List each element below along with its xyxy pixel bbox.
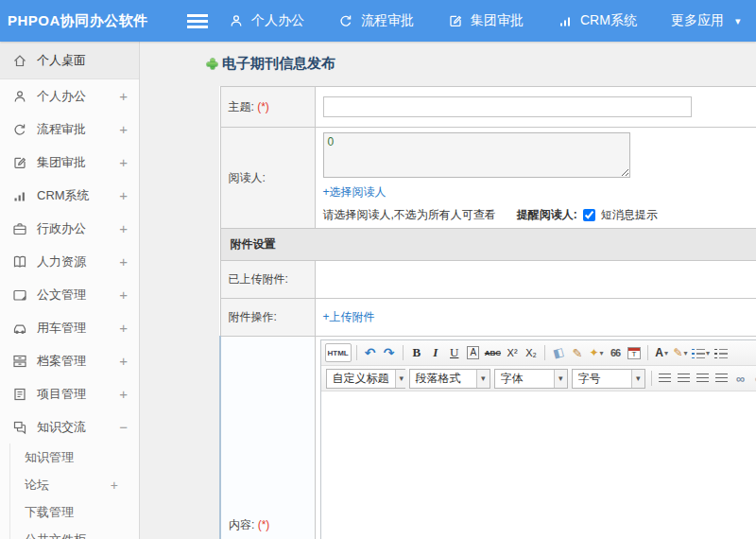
font-color-button[interactable]: A▾: [653, 343, 670, 362]
subject-row: 主题: (*): [220, 87, 756, 128]
sidebar-item-document-management[interactable]: 公文管理 +: [0, 278, 139, 311]
nav-more-apps[interactable]: 更多应用 ▾: [671, 12, 741, 29]
sidebar-item-vehicle-management[interactable]: 用车管理 +: [0, 311, 139, 344]
nav-crm-system[interactable]: CRM系统: [558, 12, 637, 29]
align-justify-button[interactable]: [713, 369, 730, 388]
nav-process-approval[interactable]: 流程审批: [338, 12, 414, 29]
expand-icon[interactable]: +: [119, 287, 128, 303]
insert-link-button[interactable]: ∞: [732, 369, 749, 388]
align-left-button[interactable]: [657, 369, 674, 388]
expand-icon[interactable]: +: [119, 353, 128, 369]
sidebar-item-crm-system[interactable]: CRM系统 +: [0, 179, 139, 212]
editor-content-area[interactable]: [321, 391, 756, 539]
select-value: 字号: [573, 371, 607, 387]
sms-notify-label: 短消息提示: [601, 207, 658, 223]
sidebar-item-personal-desktop[interactable]: 个人桌面: [0, 42, 139, 79]
sidebar-item-label: 个人办公: [37, 88, 119, 105]
chevron-down-icon: ▾: [706, 349, 710, 357]
superscript-button[interactable]: X²: [504, 343, 521, 362]
expand-icon[interactable]: +: [119, 154, 128, 170]
sidebar-subitem-knowledge-management[interactable]: 知识管理: [10, 443, 139, 471]
ordered-list-icon: [692, 348, 705, 358]
remove-format-button[interactable]: ◧: [548, 341, 570, 364]
sidebar-item-archive-management[interactable]: 档案管理 +: [0, 344, 139, 377]
expand-icon[interactable]: +: [119, 386, 128, 402]
sidebar-item-knowledge-exchange[interactable]: 知识交流 −: [0, 410, 139, 443]
sidebar-item-admin-office[interactable]: 行政办公 +: [0, 212, 139, 245]
chat-icon: [12, 420, 27, 435]
bold-button[interactable]: B: [408, 343, 425, 362]
page-title: 电子期刊信息发布: [206, 55, 756, 73]
main-content: 电子期刊信息发布 主题: (*) 阅读人: 0 +选择阅读人 请选择阅读人,不选…: [140, 42, 756, 539]
redo-button[interactable]: ↷: [381, 343, 398, 362]
expand-icon[interactable]: +: [119, 88, 128, 104]
sidebar-subitem-forum[interactable]: 论坛 +: [10, 471, 139, 498]
font-family-select[interactable]: 字体 ▾: [494, 369, 568, 389]
select-readers-link[interactable]: +选择阅读人: [323, 184, 387, 200]
home-icon: [12, 53, 27, 68]
align-right-button[interactable]: [695, 369, 712, 388]
expand-icon[interactable]: +: [119, 187, 128, 203]
subject-input[interactable]: [323, 96, 692, 117]
calendar-text-icon: T: [627, 347, 641, 359]
expand-icon[interactable]: +: [119, 253, 128, 270]
italic-button[interactable]: I: [427, 343, 444, 362]
format-brush-button[interactable]: ✎: [569, 343, 586, 362]
undo-button[interactable]: ↶: [362, 343, 379, 362]
sidebar-item-label: CRM系统: [37, 187, 119, 204]
sidebar-item-project-management[interactable]: 项目管理 +: [0, 377, 139, 410]
font-border-button[interactable]: A: [465, 343, 482, 362]
sidebar-item-group-approval[interactable]: 集团审批 +: [0, 146, 139, 179]
autoformat-button[interactable]: ✦▾: [588, 343, 605, 362]
nav-group-approval[interactable]: 集团审批: [448, 12, 524, 29]
font-size-select[interactable]: 字号 ▾: [572, 369, 645, 389]
sidebar-item-label: 档案管理: [37, 353, 119, 370]
expand-icon[interactable]: +: [119, 320, 128, 336]
readers-hint-text: 请选择阅读人,不选为所有人可查看: [323, 207, 496, 223]
chevron-down-icon: ▾: [631, 370, 644, 388]
sidebar-item-personal-office[interactable]: 个人办公 +: [0, 79, 139, 113]
align-left-icon: [659, 374, 671, 384]
sms-notify-checkbox[interactable]: [583, 209, 595, 221]
unordered-list-icon: [714, 348, 728, 358]
attachment-section-title: 附件设置: [220, 229, 756, 261]
remove-link-button[interactable]: ∞: [751, 369, 756, 388]
process-icon: [12, 122, 27, 137]
highlight-button[interactable]: ✎▾: [672, 343, 689, 362]
uploaded-attachments-row: 已上传附件:: [220, 261, 756, 299]
subscript-button[interactable]: X₂: [523, 343, 540, 362]
clipboard-icon: [12, 387, 27, 402]
sidebar-subitem-public-file-cabinet[interactable]: 公共文件柜: [10, 526, 139, 539]
custom-title-select[interactable]: 自定义标题 ▾: [326, 369, 405, 389]
ordered-list-button[interactable]: ▾: [691, 343, 711, 362]
chevron-down-icon: ▾: [735, 15, 741, 27]
underline-button[interactable]: U: [446, 343, 463, 362]
hamburger-menu-icon[interactable]: [187, 14, 208, 28]
blockquote-button[interactable]: 66: [607, 343, 624, 362]
insert-date-button[interactable]: T: [626, 343, 643, 362]
nav-personal-office[interactable]: 个人办公: [229, 12, 304, 29]
uploaded-label-cell: 已上传附件:: [220, 261, 315, 299]
subject-label: 主题:: [229, 100, 254, 113]
strikethrough-button[interactable]: ABC: [484, 343, 502, 362]
remind-readers-label: 提醒阅读人:: [517, 207, 577, 223]
sidebar-item-human-resources[interactable]: 人力资源 +: [0, 245, 139, 278]
align-center-button[interactable]: [676, 369, 693, 388]
expand-icon[interactable]: +: [119, 220, 128, 236]
unordered-list-button[interactable]: [713, 343, 730, 362]
chevron-down-icon: ▾: [476, 370, 490, 388]
user-icon: [229, 13, 244, 28]
collapse-icon[interactable]: −: [119, 419, 128, 435]
wand-icon: ✦: [590, 346, 599, 359]
upload-attachment-link[interactable]: +上传附件: [323, 310, 375, 323]
readers-textarea[interactable]: 0: [323, 132, 630, 178]
expand-icon[interactable]: +: [111, 478, 118, 493]
expand-icon[interactable]: +: [119, 121, 128, 137]
html-source-button[interactable]: HTML: [325, 343, 352, 362]
marker-icon: ✎: [674, 346, 683, 359]
sidebar-subitem-download-management[interactable]: 下载管理: [10, 498, 139, 526]
sidebar-item-process-approval[interactable]: 流程审批 +: [0, 113, 139, 146]
toolbar-separator: [651, 371, 652, 386]
chevron-down-icon: ▾: [600, 349, 604, 357]
paragraph-format-select[interactable]: 段落格式 ▾: [409, 369, 490, 389]
